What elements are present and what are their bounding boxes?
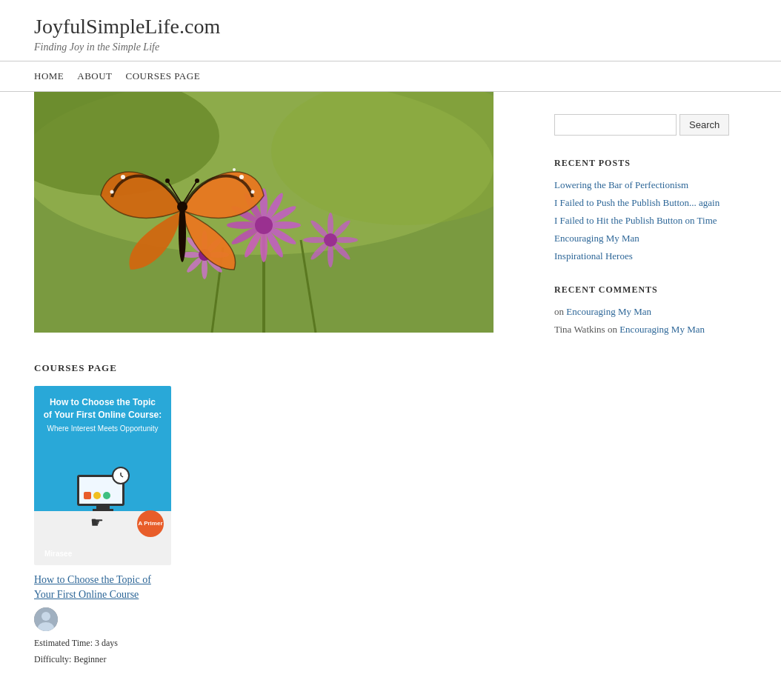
search-button[interactable]: Search bbox=[679, 114, 729, 136]
recent-post-link-1[interactable]: Lowering the Bar of Perfectionism bbox=[554, 179, 688, 190]
svg-point-39 bbox=[251, 190, 255, 194]
list-item: I Failed to Push the Publish Button... a… bbox=[554, 197, 747, 209]
book-icon-area: ☛ bbox=[43, 437, 162, 558]
book-title-line1: How to Choose the Topic bbox=[43, 396, 162, 409]
svg-point-44 bbox=[177, 201, 187, 212]
comment-item-2: Tina Watkins on Encouraging My Man bbox=[554, 324, 747, 336]
site-header: JoyfulSimpleLife.com Finding Joy in the … bbox=[0, 0, 781, 61]
comment-item-1: on Encouraging My Man bbox=[554, 306, 747, 318]
course-title-link[interactable]: How to Choose the Topic of Your First On… bbox=[34, 573, 171, 601]
difficulty: Difficulty: Beginner bbox=[34, 652, 171, 668]
site-title[interactable]: JoyfulSimpleLife.com bbox=[34, 15, 747, 39]
hero-image bbox=[34, 92, 523, 333]
content-area: COURSES PAGE How to Choose the Topic of … bbox=[34, 92, 532, 667]
recent-post-link-4[interactable]: Encouraging My Man bbox=[554, 233, 639, 244]
main-wrapper: COURSES PAGE How to Choose the Topic of … bbox=[0, 92, 781, 667]
courses-section-heading: COURSES PAGE bbox=[34, 362, 532, 374]
search-input[interactable] bbox=[554, 114, 677, 136]
nav-list: HOME ABOUT COURSES PAGE bbox=[34, 61, 747, 91]
list-item: I Failed to Hit the Publish Button on Ti… bbox=[554, 215, 747, 227]
svg-point-52 bbox=[41, 612, 50, 621]
navigation-bar: HOME ABOUT COURSES PAGE bbox=[0, 61, 781, 92]
nav-link-home[interactable]: HOME bbox=[34, 61, 77, 91]
brand-label: Mirasee bbox=[44, 550, 72, 558]
svg-point-40 bbox=[233, 168, 236, 171]
book-title-line2: of Your First Online Course: bbox=[43, 409, 162, 421]
course-meta: Estimated Time: 3 days Difficulty: Begin… bbox=[34, 636, 171, 667]
course-card: How to Choose the Topic of Your First On… bbox=[34, 386, 171, 667]
comment-prefix-1: on bbox=[554, 306, 564, 317]
course-book-cover: How to Choose the Topic of Your First On… bbox=[34, 386, 171, 565]
svg-line-50 bbox=[121, 476, 123, 477]
svg-point-19 bbox=[255, 216, 273, 234]
comment-link-2[interactable]: Encouraging My Man bbox=[619, 324, 705, 335]
recent-comments-section: RECENT COMMENTS on Encouraging My Man Ti… bbox=[554, 284, 747, 336]
list-item: Inspirational Heroes bbox=[554, 250, 747, 262]
estimated-time: Estimated Time: 3 days bbox=[34, 636, 171, 652]
recent-posts-section: RECENT POSTS Lowering the Bar of Perfect… bbox=[554, 158, 747, 262]
svg-point-46 bbox=[165, 179, 170, 183]
recent-posts-heading: RECENT POSTS bbox=[554, 158, 747, 169]
book-badge: A Primer bbox=[137, 510, 164, 537]
nav-item-about: ABOUT bbox=[77, 61, 125, 91]
svg-point-48 bbox=[195, 179, 199, 183]
recent-comments-heading: RECENT COMMENTS bbox=[554, 284, 747, 296]
nav-item-home: HOME bbox=[34, 61, 77, 91]
svg-point-28 bbox=[324, 233, 337, 247]
svg-point-38 bbox=[239, 175, 244, 179]
recent-posts-list: Lowering the Bar of Perfectionism I Fail… bbox=[554, 179, 747, 262]
nav-link-courses[interactable]: COURSES PAGE bbox=[126, 61, 214, 91]
recent-post-link-2[interactable]: I Failed to Push the Publish Button... a… bbox=[554, 197, 719, 208]
svg-point-42 bbox=[110, 190, 114, 194]
list-item: Encouraging My Man bbox=[554, 233, 747, 244]
list-item: Lowering the Bar of Perfectionism bbox=[554, 179, 747, 191]
recent-post-link-5[interactable]: Inspirational Heroes bbox=[554, 250, 633, 261]
nav-item-courses: COURSES PAGE bbox=[126, 61, 214, 91]
search-widget: Search bbox=[554, 114, 747, 136]
recent-post-link-3[interactable]: I Failed to Hit the Publish Button on Ti… bbox=[554, 215, 717, 226]
site-tagline: Finding Joy in the Simple Life bbox=[34, 41, 747, 53]
book-subtitle: Where Interest Meets Opportunity bbox=[43, 424, 162, 433]
courses-page-section: COURSES PAGE How to Choose the Topic of … bbox=[34, 355, 532, 667]
comment-prefix-2: Tina Watkins on bbox=[554, 324, 617, 335]
sidebar: Search RECENT POSTS Lowering the Bar of … bbox=[554, 92, 747, 667]
svg-point-41 bbox=[121, 175, 125, 179]
comment-link-1[interactable]: Encouraging My Man bbox=[566, 306, 651, 317]
author-avatar bbox=[34, 607, 58, 631]
nav-link-about[interactable]: ABOUT bbox=[77, 61, 125, 91]
